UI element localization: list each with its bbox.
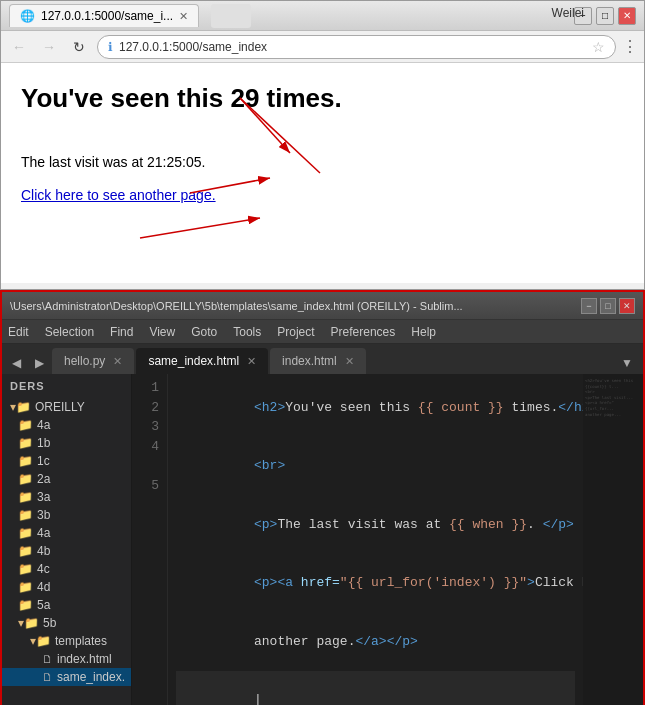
back-button[interactable]: ←	[7, 35, 31, 59]
folder-5b-icon: ▾📁	[18, 616, 39, 630]
menu-project[interactable]: Project	[277, 325, 314, 339]
sidebar-item-4a[interactable]: 📁 4a	[2, 416, 131, 434]
sidebar-item-1b[interactable]: 📁 1b	[2, 434, 131, 452]
sidebar-item-5b[interactable]: ▾📁 5b	[2, 614, 131, 632]
sidebar-item-5a[interactable]: 📁 5a	[2, 596, 131, 614]
line-num-3: 3	[132, 417, 159, 437]
sublime-title-bar: \Users\Administrator\Desktop\OREILLY\5b\…	[2, 292, 643, 320]
folder-4a2-icon: 📁	[18, 526, 33, 540]
sidebar-4c-label: 4c	[37, 562, 50, 576]
close-button[interactable]: ✕	[618, 7, 636, 25]
tag-br: <br>	[254, 458, 285, 473]
sublime-window: \Users\Administrator\Desktop\OREILLY\5b\…	[0, 290, 645, 705]
another-page-link[interactable]: Click here to see another page.	[21, 187, 216, 203]
sidebar-item-index-html[interactable]: 🗋 index.html	[2, 650, 131, 668]
sidebar-item-4d[interactable]: 📁 4d	[2, 578, 131, 596]
folder-4a-icon: 📁	[18, 418, 33, 432]
sidebar-header-ders: DERS	[2, 374, 131, 398]
sublime-sidebar: DERS ▾📁 OREILLY 📁 4a 📁 1b 📁 1c 📁 2a	[2, 374, 132, 705]
sublime-minimize-btn[interactable]: −	[581, 298, 597, 314]
sidebar-item-oreilly[interactable]: ▾📁 OREILLY	[2, 398, 131, 416]
tab-same-index-html[interactable]: same_index.html ✕	[136, 348, 268, 374]
code-line-3: <p>The last visit was at {{ when }}. </p…	[176, 495, 575, 554]
tab-index-close[interactable]: ✕	[345, 355, 354, 368]
folder-templates-icon: ▾📁	[30, 634, 51, 648]
line-num-5	[132, 456, 159, 476]
sidebar-1c-label: 1c	[37, 454, 50, 468]
tag-p-open-3: <p>	[254, 517, 277, 532]
tab-label: 127.0.0.1:5000/same_i...	[41, 9, 173, 23]
browser-window: 🌐 127.0.0.1:5000/same_i... ✕ Weilei − □ …	[0, 0, 645, 290]
sublime-menu-bar: Edit Selection Find View Goto Tools Proj…	[2, 320, 643, 344]
code-line-2: <br>	[176, 437, 575, 496]
tab-index-html[interactable]: index.html ✕	[270, 348, 366, 374]
browser-menu-icon[interactable]: ⋮	[622, 37, 638, 56]
forward-button[interactable]: →	[37, 35, 61, 59]
code-text-4b: another page.	[254, 634, 355, 649]
menu-find[interactable]: Find	[110, 325, 133, 339]
cursor-pos: |	[254, 692, 262, 705]
folder-4c-icon: 📁	[18, 562, 33, 576]
sidebar-index-html-label: index.html	[57, 652, 112, 666]
sidebar-item-4b[interactable]: 📁 4b	[2, 542, 131, 560]
tag-p-open-4: <p>	[254, 575, 277, 590]
line-num-6: 5	[132, 476, 159, 496]
line-num-1: 1	[132, 378, 159, 398]
sidebar-3b-label: 3b	[37, 508, 50, 522]
sidebar-item-4c[interactable]: 📁 4c	[2, 560, 131, 578]
sidebar-1b-label: 1b	[37, 436, 50, 450]
tab-right-arrow[interactable]: ▶	[29, 352, 50, 374]
str-url-for: "{{ url_for('index') }}"	[340, 575, 527, 590]
browser-content: You've seen this 29 times. The last visi…	[1, 63, 644, 283]
sublime-close-btn[interactable]: ✕	[619, 298, 635, 314]
sidebar-4d-label: 4d	[37, 580, 50, 594]
sidebar-item-same-index[interactable]: 🗋 same_index.	[2, 668, 131, 686]
svg-line-2	[140, 218, 260, 238]
folder-2a-icon: 📁	[18, 472, 33, 486]
maximize-button[interactable]: □	[596, 7, 614, 25]
code-editor-area[interactable]: <h2>You've seen this {{ count }} times.<…	[168, 374, 583, 705]
menu-edit[interactable]: Edit	[8, 325, 29, 339]
tab-same-index-close[interactable]: ✕	[247, 355, 256, 368]
code-text-4: Click here to see	[535, 575, 583, 590]
page-favicon: 🌐	[20, 9, 35, 23]
sublime-window-controls: − □ ✕	[581, 298, 635, 314]
tab-hello-py[interactable]: hello.py ✕	[52, 348, 134, 374]
attr-href: href=	[301, 575, 340, 590]
sidebar-item-2a[interactable]: 📁 2a	[2, 470, 131, 488]
address-bar[interactable]: ℹ 127.0.0.1:5000/same_index ☆	[97, 35, 616, 59]
sidebar-item-1c[interactable]: 📁 1c	[2, 452, 131, 470]
tab-hello-py-close[interactable]: ✕	[113, 355, 122, 368]
line-numbers: 1 2 3 4 5	[132, 374, 168, 705]
sidebar-item-3b[interactable]: 📁 3b	[2, 506, 131, 524]
template-when: {{ when }}	[449, 517, 527, 532]
code-line-4b: another page.</a></p>	[176, 612, 575, 671]
folder-5a-icon: 📁	[18, 598, 33, 612]
bookmark-icon[interactable]: ☆	[592, 39, 605, 55]
line-num-2: 2	[132, 398, 159, 418]
sidebar-item-4a2[interactable]: 📁 4a	[2, 524, 131, 542]
file-same-index-icon: 🗋	[42, 671, 53, 683]
sidebar-oreilly-label: OREILLY	[35, 400, 85, 414]
sidebar-2a-label: 2a	[37, 472, 50, 486]
menu-selection[interactable]: Selection	[45, 325, 94, 339]
tab-hello-py-label: hello.py	[64, 354, 105, 368]
menu-tools[interactable]: Tools	[233, 325, 261, 339]
sidebar-item-templates[interactable]: ▾📁 templates	[2, 632, 131, 650]
tab-close-button[interactable]: ✕	[179, 10, 188, 23]
sublime-editor: 1 2 3 4 5 <h2>You've seen this {{ count …	[132, 374, 643, 705]
refresh-button[interactable]: ↻	[67, 35, 91, 59]
sidebar-item-3a[interactable]: 📁 3a	[2, 488, 131, 506]
window-user-label: Weilei	[552, 6, 584, 20]
tab-overflow-arrow[interactable]: ▼	[615, 352, 639, 374]
menu-help[interactable]: Help	[411, 325, 436, 339]
menu-goto[interactable]: Goto	[191, 325, 217, 339]
new-tab-area[interactable]	[211, 4, 251, 28]
oreilly-folder-icon: ▾📁	[10, 400, 31, 414]
tab-left-arrow[interactable]: ◀	[6, 352, 27, 374]
menu-preferences[interactable]: Preferences	[331, 325, 396, 339]
sublime-maximize-btn[interactable]: □	[600, 298, 616, 314]
menu-view[interactable]: View	[149, 325, 175, 339]
browser-tab[interactable]: 🌐 127.0.0.1:5000/same_i... ✕	[9, 4, 199, 27]
sidebar-4b-label: 4b	[37, 544, 50, 558]
